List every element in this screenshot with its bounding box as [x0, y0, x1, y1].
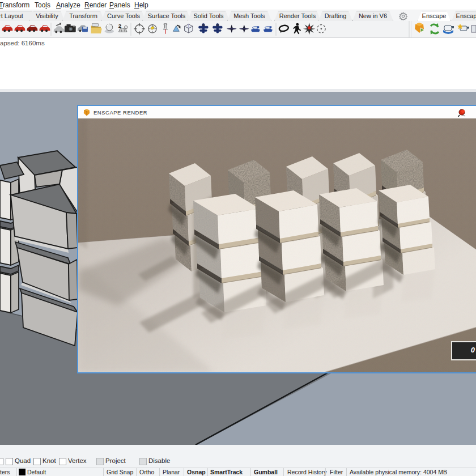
svg-text:2: 2: [118, 23, 122, 29]
